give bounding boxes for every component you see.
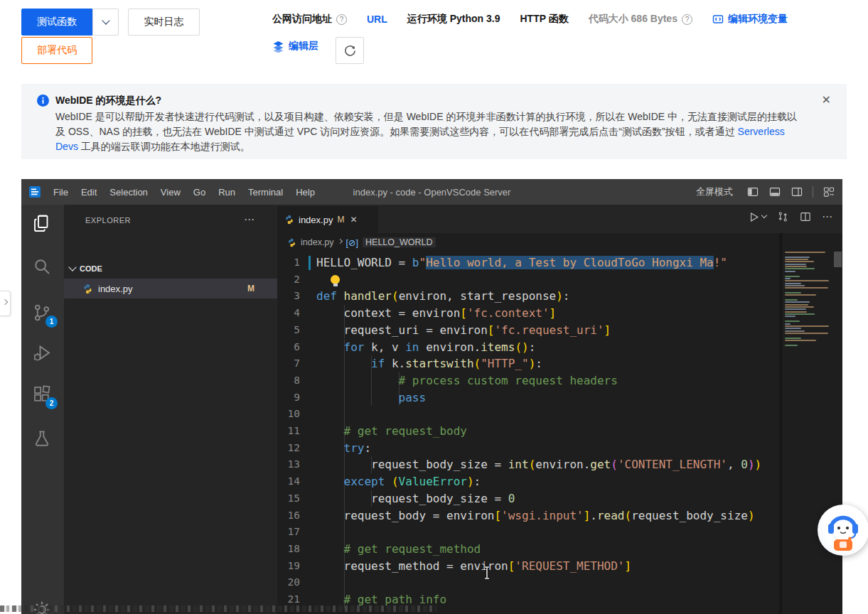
scrollbar-slider[interactable] bbox=[834, 252, 842, 267]
tab-modified-badge: M bbox=[337, 215, 344, 225]
code-token: " bbox=[419, 256, 427, 269]
more-actions-icon[interactable]: ⋯ bbox=[244, 213, 254, 226]
menubar-menus: FileEditSelectionViewGoRunTerminalHelp bbox=[47, 187, 321, 198]
code-line-7[interactable]: 7 if k.startswith("HTTP_"): bbox=[277, 355, 842, 372]
help-icon[interactable]: ? bbox=[336, 14, 347, 25]
breadcrumb[interactable]: index.py [⊘] HELLO_WORLD bbox=[277, 233, 842, 252]
code-token: : bbox=[535, 357, 542, 370]
banner-title: WebIDE 的环境是什么? bbox=[55, 93, 807, 108]
menu-go[interactable]: Go bbox=[187, 187, 212, 198]
customize-layout-icon[interactable] bbox=[823, 185, 835, 198]
code-token: k, v bbox=[364, 340, 405, 354]
toggle-panel-icon[interactable] bbox=[768, 185, 781, 198]
code-editor[interactable]: 1HELLO_WORLD = b"Hello world, a Test by … bbox=[277, 254, 842, 614]
test-function-dropdown[interactable] bbox=[92, 9, 119, 36]
fullscreen-label[interactable]: 全屏模式 bbox=[696, 185, 733, 198]
split-editor-icon[interactable] bbox=[799, 210, 812, 223]
testing-icon[interactable] bbox=[31, 429, 54, 451]
line-number: 13 bbox=[277, 456, 300, 473]
breadcrumb-symbol[interactable]: HELLO_WORLD bbox=[363, 237, 435, 247]
menu-terminal[interactable]: Terminal bbox=[242, 187, 289, 198]
modified-badge: M bbox=[247, 284, 254, 293]
vscode-logo-icon bbox=[28, 185, 41, 198]
code-token: read bbox=[597, 509, 625, 522]
menu-edit[interactable]: Edit bbox=[75, 187, 103, 198]
source-control-icon[interactable]: 1 bbox=[31, 302, 54, 325]
help-icon[interactable]: ? bbox=[682, 14, 692, 25]
file-index-py[interactable]: index.py M bbox=[64, 279, 277, 298]
menu-view[interactable]: View bbox=[154, 187, 187, 198]
code-token: startswith bbox=[405, 357, 473, 370]
menu-selection[interactable]: Selection bbox=[103, 187, 154, 198]
support-mascot-button[interactable] bbox=[818, 505, 868, 556]
code-token: ( bbox=[529, 458, 536, 471]
code-line-13[interactable]: 13 request_body_size = int(environ.get('… bbox=[277, 456, 842, 473]
scrollbar[interactable] bbox=[833, 252, 842, 614]
tab-index-py[interactable]: index.py M ✕ bbox=[277, 206, 378, 233]
code-token: environ. bbox=[535, 458, 590, 471]
code-line-20[interactable]: 20 bbox=[277, 574, 842, 591]
code-line-19[interactable]: 19 request_method = environ['REQUEST_MET… bbox=[277, 558, 842, 575]
code-line-1[interactable]: 1HELLO_WORLD = b"Hello world, a Test by … bbox=[277, 254, 842, 271]
folder-code-header[interactable]: CODE bbox=[64, 260, 277, 277]
deploy-code-button[interactable]: 部署代码 bbox=[21, 37, 92, 64]
lightbulb-icon[interactable] bbox=[331, 275, 340, 284]
code-line-12[interactable]: 12 try: bbox=[277, 440, 842, 457]
breadcrumb-file[interactable]: index.py bbox=[301, 237, 334, 247]
edit-env-vars-link[interactable]: 编辑环境变量 bbox=[712, 13, 788, 26]
window-title: index.py - code - OpenVSCode Server bbox=[353, 187, 511, 198]
code-line-17[interactable]: 17 bbox=[277, 524, 842, 541]
function-info-bar: 公网访问地址 ? URL 运行环境 Python 3.9 HTTP 函数 代码大… bbox=[272, 13, 788, 26]
code-line-16[interactable]: 16 request_body = environ['wsgi.input'].… bbox=[277, 507, 842, 524]
divider bbox=[813, 186, 813, 198]
menu-file[interactable]: File bbox=[47, 187, 75, 198]
open-changes-icon[interactable] bbox=[776, 210, 789, 223]
code-token: def bbox=[316, 289, 337, 303]
close-icon[interactable]: ✕ bbox=[822, 92, 831, 107]
chevron-down-icon bbox=[761, 212, 767, 218]
extensions-icon[interactable]: 2 bbox=[31, 384, 54, 406]
code-token: ) bbox=[556, 289, 563, 303]
toggle-secondary-sidebar-icon[interactable] bbox=[791, 185, 803, 198]
play-icon bbox=[748, 211, 760, 223]
activity-bar: 1 2 bbox=[21, 205, 64, 614]
toggle-sidebar-icon[interactable] bbox=[746, 185, 759, 198]
code-line-9[interactable]: 9 pass bbox=[277, 389, 842, 406]
realtime-logs-button[interactable]: 实时日志 bbox=[128, 9, 200, 36]
code-token: ] bbox=[604, 323, 611, 337]
code-line-3[interactable]: 3def handler(environ, start_response): bbox=[277, 288, 842, 305]
line-number: 5 bbox=[277, 322, 300, 339]
code-line-4[interactable]: 4 context = environ['fc.context'] bbox=[277, 305, 842, 322]
run-file-button[interactable] bbox=[748, 211, 766, 223]
code-window-icon bbox=[712, 14, 724, 25]
code-line-6[interactable]: 6 for k, v in environ.items(): bbox=[277, 339, 842, 356]
explorer-icon[interactable] bbox=[31, 213, 54, 236]
code-token: ( bbox=[611, 458, 618, 471]
refresh-button[interactable] bbox=[336, 37, 364, 64]
run-debug-icon[interactable] bbox=[31, 343, 54, 365]
code-token: request_body_size = bbox=[316, 458, 508, 471]
code-line-14[interactable]: 14 except (ValueError): bbox=[277, 473, 842, 490]
url-link[interactable]: URL bbox=[367, 14, 387, 25]
code-line-10[interactable]: 10 bbox=[277, 406, 842, 423]
panel-expand-tab[interactable] bbox=[0, 291, 11, 316]
banner-body: WebIDE 是可以帮助开发者快速进行代码测试，以及项目构建、依赖安装，但是 W… bbox=[55, 109, 807, 154]
search-icon[interactable] bbox=[31, 256, 54, 279]
edit-layers-link[interactable]: 编辑层 bbox=[272, 40, 318, 53]
code-line-18[interactable]: 18 # get request_method bbox=[277, 541, 842, 558]
tab-close-icon[interactable]: ✕ bbox=[350, 215, 357, 225]
code-text: try: bbox=[316, 440, 371, 457]
test-function-button[interactable]: 测试函数 bbox=[21, 9, 92, 36]
code-line-11[interactable]: 11 # get request_body bbox=[277, 423, 842, 440]
menu-help[interactable]: Help bbox=[289, 187, 321, 198]
more-actions-icon[interactable]: ⋯ bbox=[822, 210, 832, 223]
code-token: request_body_size = bbox=[316, 492, 508, 505]
menu-run[interactable]: Run bbox=[212, 187, 242, 198]
code-line-15[interactable]: 15 request_body_size = 0 bbox=[277, 490, 842, 507]
code-text: # process custom request headers bbox=[316, 372, 618, 389]
code-line-2[interactable]: 2 bbox=[277, 271, 842, 289]
code-token: "HTTP_" bbox=[481, 357, 528, 370]
code-line-8[interactable]: 8 # process custom request headers bbox=[277, 372, 842, 389]
code-token: try bbox=[344, 441, 365, 455]
code-line-5[interactable]: 5 request_uri = environ['fc.request_uri'… bbox=[277, 322, 842, 339]
